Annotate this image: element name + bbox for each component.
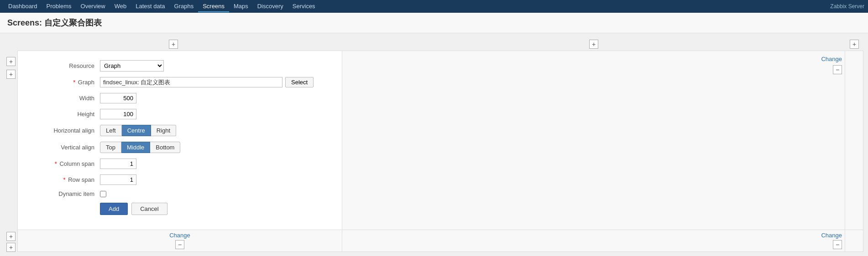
form-panel: Resource GraphSimple graphMapPlain textU… [18, 51, 342, 230]
nav-links: Dashboard Problems Overview Web Latest d… [4, 1, 320, 12]
change-link-bottom-center[interactable]: Change [169, 232, 190, 239]
main-content: + + + + + Resource GraphSimple graphMapP… [0, 33, 868, 256]
graph-row: * Graph Select [27, 77, 333, 87]
right-minus-btn-top[interactable]: − [833, 65, 842, 74]
col-span-row: * Column span [27, 159, 333, 169]
server-name: Zabbix Server [830, 3, 864, 10]
h-align-row: Horizontal align Left Centre Right [27, 125, 333, 136]
nav-item-screens[interactable]: Screens [198, 1, 229, 12]
h-align-group: Left Centre Right [100, 125, 176, 136]
row-span-star: * [63, 176, 66, 183]
col-span-label: * Column span [27, 160, 100, 167]
bottom-right-minus[interactable]: − [833, 240, 842, 249]
nav-item-maps[interactable]: Maps [229, 1, 253, 12]
nav-bar: Dashboard Problems Overview Web Latest d… [0, 0, 868, 13]
bottom-left-add-top[interactable]: + [6, 232, 16, 241]
graph-label: * Graph [27, 79, 100, 86]
resource-select[interactable]: GraphSimple graphMapPlain textURL [100, 60, 164, 72]
left-add-btn-top[interactable]: + [6, 57, 16, 66]
change-link-bottom-right[interactable]: Change [821, 232, 842, 239]
bottom-left-add-bottom[interactable]: + [6, 243, 16, 252]
left-add-btn-bottom[interactable]: + [6, 70, 16, 79]
resource-row: Resource GraphSimple graphMapPlain textU… [27, 60, 333, 72]
nav-item-overview[interactable]: Overview [76, 1, 110, 12]
row-span-row: * Row span [27, 174, 333, 185]
top-add-btn-middle[interactable]: + [589, 40, 598, 49]
nav-item-services[interactable]: Services [288, 1, 320, 12]
add-button[interactable]: Add [100, 203, 128, 215]
nav-item-dashboard[interactable]: Dashboard [4, 1, 42, 12]
v-align-label: Vertical align [27, 144, 100, 151]
width-input[interactable] [100, 93, 136, 103]
h-align-centre[interactable]: Centre [122, 125, 151, 136]
nav-item-latest-data[interactable]: Latest data [131, 1, 169, 12]
top-add-btn-right[interactable]: + [850, 40, 859, 49]
h-align-label: Horizontal align [27, 127, 100, 134]
select-button[interactable]: Select [285, 77, 314, 87]
height-row: Height [27, 109, 333, 119]
graph-input[interactable] [100, 77, 282, 87]
dynamic-checkbox[interactable] [100, 191, 106, 197]
row-span-input[interactable] [100, 174, 136, 185]
dynamic-label: Dynamic item [27, 190, 100, 197]
v-align-middle[interactable]: Middle [121, 142, 150, 153]
v-align-bottom[interactable]: Bottom [150, 142, 180, 153]
resource-label: Resource [27, 62, 100, 69]
width-row: Width [27, 93, 333, 103]
col-span-input[interactable] [100, 159, 136, 169]
height-input[interactable] [100, 109, 136, 119]
bottom-center-minus[interactable]: − [175, 240, 184, 249]
h-align-left[interactable]: Left [100, 125, 122, 136]
graph-required-star: * [73, 79, 75, 86]
nav-item-graphs[interactable]: Graphs [170, 1, 199, 12]
nav-item-discovery[interactable]: Discovery [253, 1, 288, 12]
height-label: Height [27, 111, 100, 118]
v-align-group: Top Middle Bottom [100, 142, 180, 153]
top-add-btn-left[interactable]: + [169, 40, 178, 49]
col-span-star: * [55, 160, 57, 167]
width-label: Width [27, 95, 100, 102]
row-span-label: * Row span [27, 176, 100, 183]
nav-item-web[interactable]: Web [110, 1, 131, 12]
v-align-top[interactable]: Top [100, 142, 121, 153]
dynamic-row: Dynamic item [27, 190, 333, 197]
nav-item-problems[interactable]: Problems [42, 1, 76, 12]
cancel-button[interactable]: Cancel [131, 203, 167, 215]
v-align-row: Vertical align Top Middle Bottom [27, 142, 333, 153]
h-align-right[interactable]: Right [151, 125, 176, 136]
form-cell: Resource GraphSimple graphMapPlain textU… [17, 51, 342, 230]
change-link-top[interactable]: Change [821, 56, 842, 62]
page-title: Screens: 自定义聚合图表 [0, 13, 868, 33]
form-buttons-row: Add Cancel [27, 203, 333, 215]
